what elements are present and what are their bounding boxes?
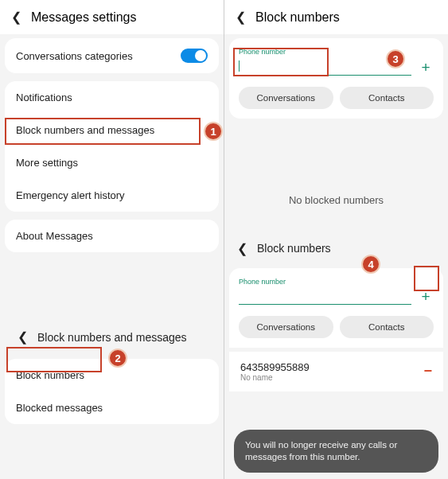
row-about-messages[interactable]: About Messages xyxy=(5,220,219,252)
chip-conversations[interactable]: Conversations xyxy=(239,316,333,338)
row-label: Notifications xyxy=(16,92,72,103)
row-block-numbers[interactable]: Block numbers xyxy=(5,359,219,391)
row-label: More settings xyxy=(16,157,78,169)
row-label: Block numbers xyxy=(16,369,84,381)
row-label: Emergency alert history xyxy=(16,189,125,201)
phone-number-field-2[interactable]: Phone number xyxy=(239,279,411,305)
toggle-conversations-categories[interactable] xyxy=(181,49,208,63)
confirmation-toast: You will no longer receive any calls or … xyxy=(234,430,438,473)
add-number-icon[interactable]: + xyxy=(418,289,434,305)
row-more-settings[interactable]: More settings xyxy=(5,146,219,179)
row-blocked-messages[interactable]: Blocked messages xyxy=(5,391,219,424)
back-icon[interactable]: ❮ xyxy=(237,241,247,256)
block-input-area-1: Phone number + Conversations Contacts xyxy=(229,38,443,119)
blocked-number-row: 643589955889 No name − xyxy=(229,352,443,391)
settings-header: ❮ Messages settings xyxy=(0,0,224,34)
row-notifications[interactable]: Notifications xyxy=(5,81,219,114)
settings-title: Messages settings xyxy=(31,10,137,25)
block-input-area-2: Phone number + Conversations Contacts xyxy=(229,268,443,348)
back-icon[interactable]: ❮ xyxy=(18,329,28,345)
empty-state: No blocked numbers xyxy=(224,123,448,230)
blocked-noname-text: No name xyxy=(240,373,310,382)
subheader-title: Block numbers and messages xyxy=(37,331,187,344)
phone-label: Phone number xyxy=(239,278,286,286)
header-title: Block numbers xyxy=(255,10,340,25)
row-label: Conversations categories xyxy=(16,50,133,62)
row-emergency-alert[interactable]: Emergency alert history xyxy=(5,179,219,212)
block-numbers-header-2: ❮ Block numbers xyxy=(224,233,448,264)
row-label: About Messages xyxy=(16,230,93,242)
phone-number-field[interactable]: Phone number xyxy=(239,49,411,76)
blocked-number-text: 643589955889 xyxy=(240,361,310,373)
chip-contacts[interactable]: Contacts xyxy=(340,316,434,338)
chip-conversations[interactable]: Conversations xyxy=(239,87,333,109)
chip-contacts[interactable]: Contacts xyxy=(340,87,434,109)
row-label: Blocked messages xyxy=(16,402,103,414)
row-block-numbers-messages[interactable]: Block numbers and messages xyxy=(5,114,219,146)
back-icon[interactable]: ❮ xyxy=(236,10,246,25)
header-title: Block numbers xyxy=(257,242,331,255)
block-numbers-header-1: ❮ Block numbers xyxy=(224,0,448,34)
row-label: Block numbers and messages xyxy=(16,124,154,136)
remove-number-icon[interactable]: − xyxy=(423,363,432,380)
add-number-icon[interactable]: + xyxy=(418,60,434,76)
phone-label: Phone number xyxy=(239,48,286,56)
back-icon[interactable]: ❮ xyxy=(11,10,21,25)
block-subheader: ❮ Block numbers and messages xyxy=(5,320,219,354)
row-conversations-categories[interactable]: Conversations categories xyxy=(5,38,219,73)
